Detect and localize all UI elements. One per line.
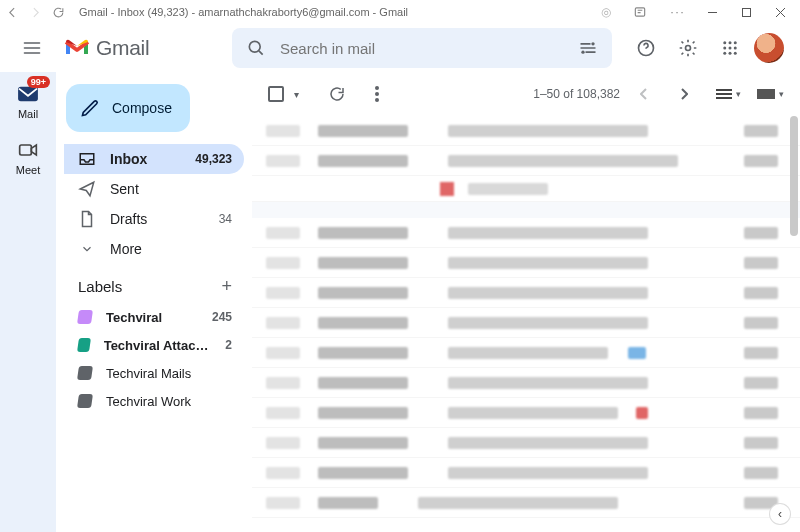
browser-tracking-icon[interactable]: ◎: [592, 2, 620, 22]
sidebar: Compose Inbox 49,323 Sent Drafts 34 More…: [56, 72, 252, 532]
mail-row[interactable]: [252, 278, 800, 308]
compose-label: Compose: [112, 100, 172, 116]
drafts-icon: [78, 210, 96, 228]
labels-heading-row: Labels +: [64, 264, 244, 303]
select-dropdown-icon[interactable]: ▾: [294, 89, 299, 100]
left-rail: 99+ Mail Meet: [0, 72, 56, 532]
window-minimize-icon[interactable]: [698, 2, 726, 22]
apps-button[interactable]: [712, 30, 748, 66]
label-count: 245: [212, 310, 232, 324]
side-panel-toggle[interactable]: ‹: [770, 504, 790, 524]
chevron-down-icon: [78, 240, 96, 258]
mail-row[interactable]: [252, 338, 800, 368]
chevron-down-icon[interactable]: ▾: [736, 89, 741, 99]
mail-row[interactable]: [252, 308, 800, 338]
nav-sent[interactable]: Sent: [64, 174, 244, 204]
mail-row[interactable]: [252, 368, 800, 398]
pagination-range: 1–50 of 108,382: [533, 87, 620, 101]
nav-inbox[interactable]: Inbox 49,323: [64, 144, 244, 174]
label-color-icon: [77, 394, 93, 408]
scrollbar-thumb[interactable]: [790, 116, 798, 236]
app-header: Gmail: [0, 24, 800, 72]
mail-row[interactable]: [252, 248, 800, 278]
split-toggle[interactable]: [757, 89, 775, 99]
nav-drafts[interactable]: Drafts 34: [64, 204, 244, 234]
density-toggle[interactable]: [716, 89, 732, 99]
section-gap: [252, 202, 800, 218]
browser-reader-icon[interactable]: [626, 2, 654, 22]
mail-row[interactable]: [252, 146, 800, 176]
label-item[interactable]: Techviral Mails: [64, 359, 244, 387]
mail-row[interactable]: [252, 428, 800, 458]
svg-rect-1: [742, 8, 750, 16]
rail-meet[interactable]: Meet: [16, 138, 40, 176]
mail-row[interactable]: [252, 176, 800, 202]
mail-row[interactable]: [252, 488, 800, 518]
window-title: Gmail - Inbox (49,323) - amarnathchakrab…: [79, 6, 592, 18]
help-button[interactable]: [628, 30, 664, 66]
nav-list: Inbox 49,323 Sent Drafts 34 More: [64, 144, 244, 264]
rail-mail[interactable]: 99+ Mail: [16, 82, 40, 120]
chevron-down-icon[interactable]: ▾: [779, 89, 784, 99]
compose-button[interactable]: Compose: [66, 84, 190, 132]
mail-row[interactable]: [252, 398, 800, 428]
refresh-icon[interactable]: [52, 6, 65, 19]
label-name: Techviral Attachme...: [104, 338, 212, 353]
label-color-icon: [77, 338, 91, 352]
nav-label: More: [110, 241, 142, 257]
browser-more-icon[interactable]: ···: [664, 2, 692, 22]
nav-label: Drafts: [110, 211, 147, 227]
svg-point-7: [723, 41, 726, 44]
mail-unread-badge: 99+: [27, 76, 50, 88]
attachment-chip: [440, 182, 454, 196]
meet-icon: [16, 138, 40, 162]
select-all-checkbox[interactable]: [268, 86, 284, 102]
refresh-button[interactable]: [321, 78, 353, 110]
nav-more[interactable]: More: [64, 234, 244, 264]
label-name: Techviral Mails: [106, 366, 191, 381]
mail-list[interactable]: [252, 116, 800, 532]
search-input[interactable]: [272, 40, 572, 57]
label-color-icon: [77, 310, 93, 324]
back-icon[interactable]: [6, 6, 19, 19]
nav-count: 49,323: [195, 152, 232, 166]
label-count: 2: [225, 338, 232, 352]
settings-button[interactable]: [670, 30, 706, 66]
label-color-icon: [77, 366, 93, 380]
label-item[interactable]: Techviral Attachme... 2: [64, 331, 244, 359]
mail-list-pane: ▾ 1–50 of 108,382 ▾ ▾: [252, 72, 800, 532]
inbox-icon: [78, 150, 96, 168]
page-next-button[interactable]: [668, 78, 700, 110]
mail-row[interactable]: [252, 218, 800, 248]
page-prev-button[interactable]: [628, 78, 660, 110]
search-bar[interactable]: [232, 28, 612, 68]
nav-count: 34: [219, 212, 232, 226]
sent-icon: [78, 180, 96, 198]
nav-label: Sent: [110, 181, 139, 197]
svg-point-20: [375, 98, 379, 102]
account-avatar[interactable]: [754, 33, 784, 63]
window-maximize-icon[interactable]: [732, 2, 760, 22]
mail-row[interactable]: [252, 116, 800, 146]
nav-label: Inbox: [110, 151, 147, 167]
more-button[interactable]: [361, 78, 393, 110]
label-item[interactable]: Techviral Work: [64, 387, 244, 415]
main-menu-button[interactable]: [12, 28, 52, 68]
gmail-logo[interactable]: Gmail: [64, 36, 224, 60]
search-icon: [240, 38, 272, 58]
search-options-icon[interactable]: [572, 32, 604, 64]
mail-toolbar: ▾ 1–50 of 108,382 ▾ ▾: [252, 72, 800, 116]
mail-row[interactable]: [252, 458, 800, 488]
svg-point-6: [686, 46, 691, 51]
svg-point-14: [729, 52, 732, 55]
svg-point-18: [375, 86, 379, 90]
app-name: Gmail: [96, 36, 149, 60]
labels-list: Techviral 245 Techviral Attachme... 2 Te…: [64, 303, 244, 415]
svg-point-19: [375, 92, 379, 96]
window-close-icon[interactable]: [766, 2, 794, 22]
add-label-button[interactable]: +: [221, 276, 232, 297]
label-name: Techviral Work: [106, 394, 191, 409]
gmail-logo-icon: [64, 38, 90, 58]
svg-point-10: [723, 47, 726, 50]
label-item[interactable]: Techviral 245: [64, 303, 244, 331]
